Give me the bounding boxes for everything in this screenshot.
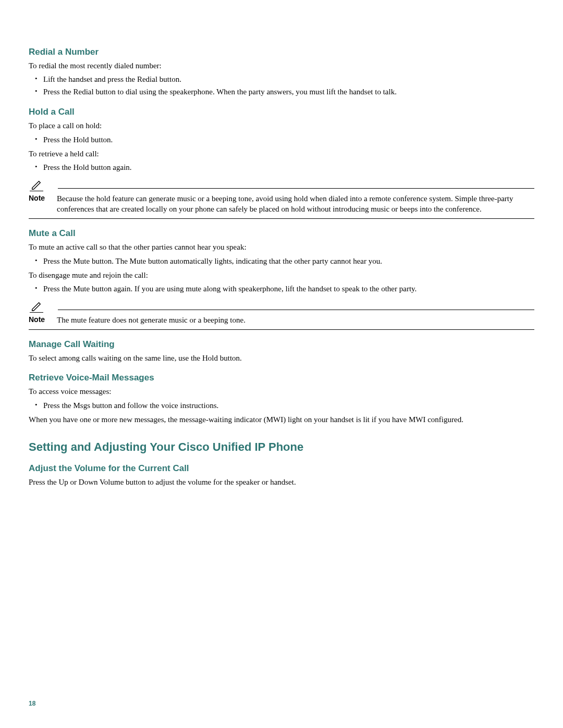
note-label: Note bbox=[29, 193, 57, 202]
heading-settings: Setting and Adjusting Your Cisco Unified… bbox=[29, 440, 534, 454]
document-page: Redial a Number To redial the most recen… bbox=[0, 0, 563, 728]
heading-mute: Mute a Call bbox=[29, 228, 534, 239]
voicemail-intro: To access voice messages: bbox=[29, 386, 534, 397]
mute-note: Note The mute feature does not generate … bbox=[29, 301, 534, 330]
redial-bullets: Lift the handset and press the Redial bu… bbox=[29, 74, 534, 97]
pencil-icon bbox=[31, 179, 42, 191]
list-item: Press the Hold button again. bbox=[29, 162, 534, 173]
mute-bullets2: Press the Mute button again. If you are … bbox=[29, 283, 534, 294]
heading-call-waiting: Manage Call Waiting bbox=[29, 339, 534, 350]
hold-note: Note Because the hold feature can genera… bbox=[29, 179, 534, 219]
hold-intro1: To place a call on hold: bbox=[29, 120, 534, 131]
hold-intro2: To retrieve a held call: bbox=[29, 149, 534, 159]
list-item: Press the Redial button to dial using th… bbox=[29, 87, 534, 97]
mute-intro1: To mute an active call so that the other… bbox=[29, 242, 534, 252]
hold-bullets2: Press the Hold button again. bbox=[29, 162, 534, 173]
adjust-volume-body: Press the Up or Down Volume button to ad… bbox=[29, 477, 534, 487]
voicemail-bullets: Press the Msgs button and follow the voi… bbox=[29, 400, 534, 411]
list-item: Press the Mute button again. If you are … bbox=[29, 283, 534, 294]
heading-voicemail: Retrieve Voice-Mail Messages bbox=[29, 373, 534, 383]
mute-intro2: To disengage mute and rejoin the call: bbox=[29, 270, 534, 280]
heading-adjust-volume: Adjust the Volume for the Current Call bbox=[29, 463, 534, 474]
list-item: Press the Msgs button and follow the voi… bbox=[29, 400, 534, 411]
list-item: Press the Hold button. bbox=[29, 134, 534, 145]
voicemail-after: When you have one or more new messages, … bbox=[29, 414, 534, 425]
heading-redial: Redial a Number bbox=[29, 47, 534, 57]
mute-bullets1: Press the Mute button. The Mute button a… bbox=[29, 256, 534, 267]
list-item: Lift the handset and press the Redial bu… bbox=[29, 74, 534, 85]
hold-bullets1: Press the Hold button. bbox=[29, 134, 534, 145]
redial-intro: To redial the most recently dialed numbe… bbox=[29, 60, 534, 71]
note-label: Note bbox=[29, 315, 57, 324]
page-number: 18 bbox=[29, 700, 35, 707]
pencil-icon bbox=[31, 301, 42, 312]
note-text: The mute feature does not generate music… bbox=[57, 315, 534, 325]
note-text: Because the hold feature can generate mu… bbox=[57, 193, 534, 215]
heading-hold: Hold a Call bbox=[29, 107, 534, 117]
call-waiting-body: To select among calls waiting on the sam… bbox=[29, 353, 534, 363]
list-item: Press the Mute button. The Mute button a… bbox=[29, 256, 534, 267]
